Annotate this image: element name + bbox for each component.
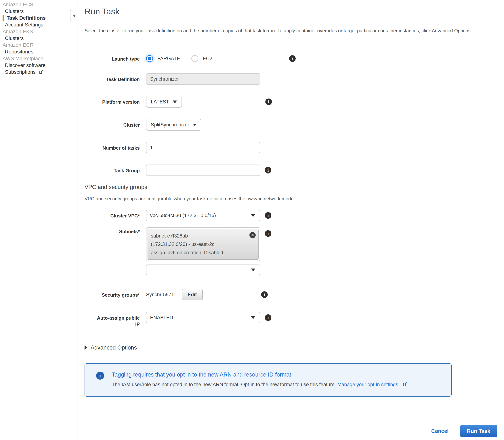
sidebar-item-discover-software[interactable]: Discover software [0, 62, 77, 69]
launch-type-label: Launch type [85, 55, 140, 62]
cluster-vpc-select[interactable]: vpc-58d4c630 (172.31.0.0/16) [146, 210, 260, 221]
footer-actions: Cancel Run Task [85, 425, 497, 437]
external-link-icon [39, 69, 44, 74]
advanced-options-toggle[interactable]: Advanced Options [85, 344, 497, 351]
fargate-radio-label[interactable]: FARGATE [158, 55, 180, 62]
ec2-radio[interactable] [191, 55, 198, 62]
platform-version-dropdown[interactable]: LATEST [146, 96, 182, 108]
fargate-radio[interactable] [146, 55, 153, 62]
alert-title: Tagging requires that you opt in to the … [112, 371, 408, 379]
info-icon[interactable]: i [265, 167, 271, 174]
alert-body: The IAM user/role has not opted in to th… [112, 381, 408, 388]
subnets-selected-list: subnet-e7f328ab (172.31.32.0/20) - us-ea… [146, 227, 260, 261]
remove-subnet-icon[interactable]: ✕ [249, 232, 256, 238]
auto-assign-ip-row: Auto-assign public IP ENABLED i [85, 312, 497, 327]
info-icon[interactable]: i [289, 55, 296, 62]
info-icon[interactable]: i [265, 98, 272, 105]
main-content: Run Task Select the cluster to run your … [78, 0, 504, 440]
security-groups-label: Security groups* [85, 289, 140, 298]
footer-divider [85, 417, 497, 417]
task-group-label: Task Group [85, 165, 140, 174]
cluster-vpc-label: Cluster VPC* [85, 210, 140, 219]
vpc-section-description: VPC and security groups are configurable… [85, 195, 497, 202]
sidebar-item-repositories[interactable]: Repositories [0, 48, 77, 55]
subnet-cidr-az: (172.31.32.0/20) - us-east-2c [151, 240, 245, 248]
sidebar-collapse-button[interactable] [70, 9, 78, 22]
info-icon[interactable]: i [265, 314, 271, 321]
info-icon[interactable]: i [261, 291, 268, 298]
task-group-row: Task Group i [85, 165, 497, 176]
auto-assign-ip-value: ENABLED [150, 315, 173, 320]
external-link-icon [403, 382, 408, 387]
advanced-options-label: Advanced Options [91, 344, 137, 351]
section-divider [85, 193, 450, 193]
caret-down-icon [193, 124, 197, 126]
subnets-label: Subnets* [85, 227, 140, 234]
platform-version-label: Platform version [85, 96, 140, 105]
info-icon[interactable]: i [265, 230, 271, 237]
disclosure-triangle-icon [85, 345, 87, 350]
sidebar-section-aws-marketplace: AWS Marketplace [0, 55, 77, 62]
section-divider [85, 354, 450, 354]
caret-down-icon [251, 214, 255, 217]
sidebar-item-ecs-clusters[interactable]: Clusters [0, 8, 77, 14]
sidebar-section-amazon-ecr: Amazon ECR [0, 41, 77, 48]
sidebar-item-eks-clusters[interactable]: Clusters [0, 35, 77, 41]
security-group-value: Synchr-5971 [146, 292, 174, 298]
security-groups-row: Security groups* Synchr-5971 Edit i [85, 289, 497, 300]
sidebar: Amazon ECS Clusters Task Definitions Acc… [0, 0, 77, 440]
sidebar-item-account-settings[interactable]: Account Settings [0, 21, 77, 28]
collapse-arrow-icon [73, 14, 75, 18]
caret-down-icon [173, 100, 177, 103]
ec2-radio-label[interactable]: EC2 [203, 55, 212, 62]
run-task-form: Launch type FARGATE EC2 i Task Definitio… [85, 55, 497, 176]
subnets-control: subnet-e7f328ab (172.31.32.0/20) - us-ea… [146, 227, 260, 275]
task-definition-label: Task Definition [85, 73, 140, 82]
caret-down-icon [251, 316, 255, 319]
edit-security-groups-button[interactable]: Edit [182, 289, 203, 300]
sidebar-item-label: Subscriptions [5, 69, 36, 75]
cancel-button[interactable]: Cancel [431, 428, 449, 434]
platform-version-value: LATEST [151, 99, 169, 105]
number-of-tasks-row: Number of tasks [85, 142, 497, 153]
cluster-dropdown[interactable]: SplitSynchronizer [146, 119, 201, 131]
number-of-tasks-input[interactable] [146, 142, 260, 153]
subnet-ipv6-info: assign ipv6 on creation: Disabled [151, 248, 245, 257]
cluster-label: Cluster [85, 119, 140, 128]
sidebar-item-subscriptions[interactable]: Subscriptions [0, 69, 77, 75]
page-description: Select the cluster to run your task defi… [85, 27, 489, 34]
subnets-row: Subnets* subnet-e7f328ab (172.31.32.0/20… [85, 227, 497, 275]
caret-down-icon [251, 269, 255, 271]
title-divider [85, 24, 497, 24]
platform-version-row: Platform version LATEST i [85, 96, 497, 108]
auto-assign-ip-label: Auto-assign public IP [85, 312, 140, 327]
subnet-chip: subnet-e7f328ab (172.31.32.0/20) - us-ea… [147, 229, 259, 260]
info-icon[interactable]: i [265, 212, 271, 219]
cluster-row: Cluster SplitSynchronizer [85, 119, 497, 131]
task-group-input[interactable] [146, 165, 260, 176]
auto-assign-ip-select[interactable]: ENABLED [146, 312, 260, 323]
subnet-id: subnet-e7f328ab [151, 232, 245, 240]
manage-opt-in-link[interactable]: Manage your opt-in settings. [337, 382, 400, 387]
number-of-tasks-label: Number of tasks [85, 142, 140, 151]
tagging-info-alert: i Tagging requires that you opt in to th… [85, 363, 452, 397]
vpc-form: Cluster VPC* vpc-58d4c630 (172.31.0.0/16… [85, 210, 497, 327]
task-definition-input [146, 73, 260, 85]
cluster-value: SplitSynchronizer [151, 122, 189, 128]
launch-type-row: Launch type FARGATE EC2 i [85, 55, 497, 62]
run-task-button[interactable]: Run Task [460, 425, 497, 437]
task-definition-row: Task Definition [85, 73, 497, 85]
subnets-add-select[interactable] [146, 264, 260, 275]
cluster-vpc-row: Cluster VPC* vpc-58d4c630 (172.31.0.0/16… [85, 210, 497, 221]
cluster-vpc-value: vpc-58d4c630 (172.31.0.0/16) [150, 213, 216, 218]
vpc-section-title: VPC and security groups [85, 183, 497, 191]
sidebar-section-amazon-ecs: Amazon ECS [0, 1, 77, 8]
sidebar-section-amazon-eks: Amazon EKS [0, 28, 77, 35]
page-title: Run Task [85, 5, 497, 17]
info-icon: i [96, 371, 104, 380]
sidebar-item-task-definitions[interactable]: Task Definitions [2, 14, 77, 21]
